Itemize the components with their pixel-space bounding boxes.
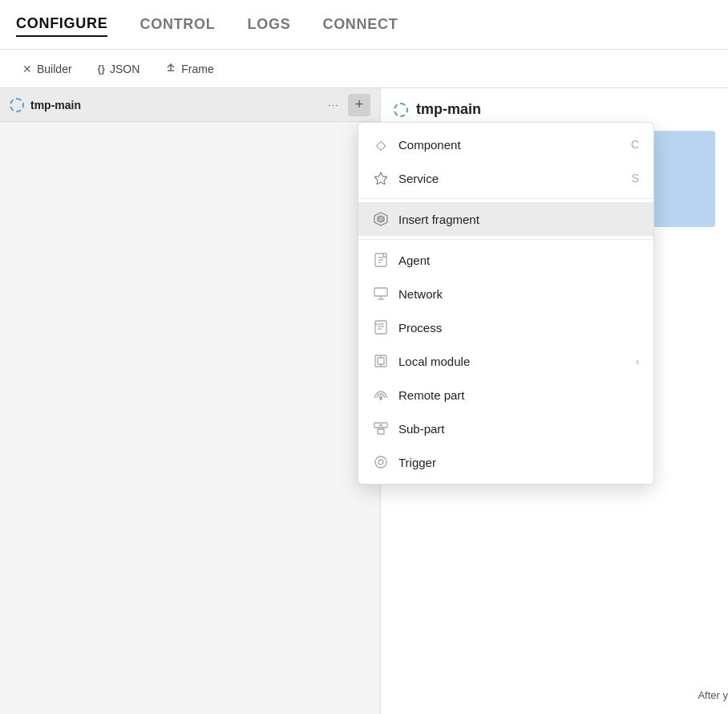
dropdown-item-insert-fragment[interactable]: Insert fragment [358,202,653,236]
dropdown-label-remote-part: Remote part [398,388,465,402]
dropdown-item-local-module[interactable]: Local module › [358,344,653,378]
dropdown-item-process[interactable]: Process [358,310,653,344]
nav-control[interactable]: CONTROL [140,13,215,36]
service-icon [373,170,389,186]
fragment-icon [373,211,389,227]
subnav-builder-label: Builder [37,63,72,75]
dropdown-label-service: Service [398,172,439,185]
panel-title: tmp-main [10,98,81,112]
process-icon [373,319,389,335]
local-module-icon [373,353,389,369]
sub-nav: ✕ Builder {} JSON Frame [0,50,728,88]
right-panel-header: tmp-main [394,101,715,118]
nav-logs[interactable]: LOGS [248,13,291,36]
main-area: tmp-main ··· + tmp-main r m e y ins Afte… [0,88,728,714]
dropdown-label-process: Process [398,321,442,335]
panel-header: tmp-main ··· + [0,88,380,122]
svg-rect-24 [378,429,384,434]
left-panel: tmp-main ··· + [0,88,381,714]
right-panel-icon [394,103,408,117]
subnav-builder[interactable]: ✕ Builder [13,58,82,80]
svg-marker-4 [378,216,384,222]
svg-point-28 [378,460,383,465]
remote-part-icon [373,387,389,403]
dropdown-shortcut-component: C [631,138,639,151]
divider-2 [358,239,653,240]
wrench-icon: ✕ [22,63,32,75]
subnav-frame[interactable]: Frame [156,57,223,80]
svg-rect-12 [375,321,386,334]
add-item-button[interactable]: + [348,94,370,116]
panel-title-text: tmp-main [30,99,81,112]
dropdown-item-component[interactable]: ◇ Component C [358,128,653,161]
dropdown-label-trigger: Trigger [398,456,436,469]
dropdown-label-local-module: Local module [398,355,470,368]
svg-point-21 [380,398,382,400]
subnav-frame-label: Frame [181,63,213,75]
dropdown-item-trigger[interactable]: Trigger [358,445,653,479]
dropdown-label-sub-part: Sub-part [398,422,445,436]
top-nav: CONFIGURE CONTROL LOGS CONNECT [0,0,728,50]
dropdown-item-service[interactable]: Service S [358,161,653,195]
subnav-json[interactable]: {} JSON [88,58,150,80]
svg-marker-2 [374,172,387,185]
svg-rect-23 [382,423,387,428]
dashed-circle-icon [10,98,24,112]
divider-1 [358,198,653,199]
right-panel-title: tmp-main [416,101,481,118]
nav-connect[interactable]: CONNECT [322,13,398,36]
dropdown-item-sub-part[interactable]: Sub-part [358,412,653,445]
dropdown-item-network[interactable]: Network [358,277,653,310]
dropdown-label-component: Component [398,138,461,152]
frame-icon [165,62,176,75]
panel-actions: ··· + [322,94,370,116]
dropdown-menu: ◇ Component C Service S [358,122,654,485]
dropdown-label-network: Network [398,287,443,301]
sub-part-icon [373,420,389,436]
dropdown-item-remote-part[interactable]: Remote part [358,378,653,412]
dropdown-item-agent[interactable]: Agent [358,243,653,277]
component-icon: ◇ [373,136,389,152]
local-module-chevron-icon: › [636,355,639,367]
subnav-json-label: JSON [110,63,140,75]
dropdown-label-insert-fragment: Insert fragment [398,213,479,226]
svg-point-27 [375,456,386,468]
nav-configure[interactable]: CONFIGURE [16,12,107,37]
network-icon [373,286,389,302]
dropdown-label-agent: Agent [398,254,430,267]
agent-icon [373,252,389,268]
svg-rect-9 [374,288,387,296]
json-icon: {} [98,63,105,75]
right-panel-footer-text: After y [698,689,728,701]
dropdown-shortcut-service: S [632,172,639,185]
trigger-icon [373,454,389,470]
svg-rect-18 [378,358,384,364]
more-options-button[interactable]: ··· [322,94,345,116]
svg-rect-22 [374,423,380,428]
